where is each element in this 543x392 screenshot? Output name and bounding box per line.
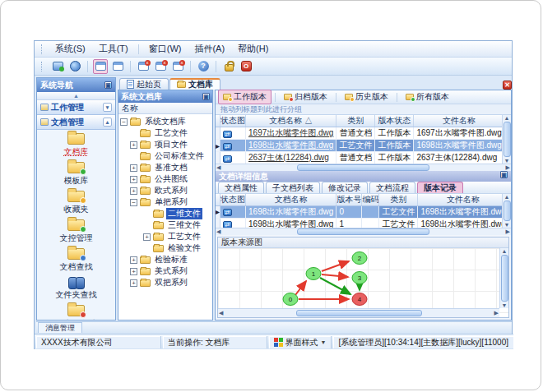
vertical-scrollbar[interactable]: ▲▼ [499, 248, 508, 308]
chevron-down-icon[interactable]: ▾ [103, 103, 112, 112]
tab-doc-library[interactable]: 文档库 [169, 78, 220, 90]
tree-node[interactable]: 检验文件 [118, 242, 212, 254]
col-code[interactable]: 编码 [362, 194, 379, 206]
expand-icon[interactable]: + [130, 268, 137, 275]
table-row[interactable]: ⇄ 1697出水嘴零件图.dwg 普通文档 工作版本 1697出水嘴零件图.dw… [216, 127, 511, 140]
sidebar-section-docs[interactable]: 文档管理 ▴ [37, 115, 115, 130]
col-category[interactable]: 类别 [379, 194, 418, 206]
scroll-thumb[interactable] [504, 201, 511, 221]
tab-doc-properties[interactable]: 文档属性 [218, 182, 264, 193]
pin-icon[interactable]: ▣ [104, 81, 112, 89]
tree-node[interactable]: +美式系列 [118, 265, 212, 277]
tree-node[interactable]: +欧式系列 [118, 185, 212, 196]
tab-modify-record[interactable]: 修改记录 [322, 182, 368, 193]
close-other-button[interactable]: x [170, 59, 185, 74]
col-category[interactable]: 类别 [336, 115, 375, 127]
menu-window[interactable]: 窗口(W) [143, 41, 188, 57]
sidebar-item-doc-control[interactable]: 文控管理 [37, 219, 115, 244]
tree-node[interactable]: +公共图纸 [118, 173, 212, 185]
window-button[interactable] [93, 59, 108, 74]
col-filename[interactable]: 文件名称 [418, 194, 508, 206]
col-verstate[interactable]: 版本状态 [375, 115, 414, 127]
expand-icon[interactable]: + [143, 233, 151, 241]
menu-system[interactable]: 系统(S) [49, 41, 91, 57]
scroll-thumb[interactable] [296, 310, 422, 316]
pin-icon[interactable]: ▣ [202, 93, 210, 100]
collapse-icon[interactable]: − [120, 118, 128, 126]
tree-node[interactable]: −单把系列 [118, 196, 212, 208]
screen-button[interactable] [50, 59, 65, 74]
chevron-up-icon[interactable]: ▴ [103, 118, 112, 127]
expand-icon[interactable]: + [130, 141, 137, 149]
table-row-selected[interactable]: ▸ ⇄ 1698出水嘴零件图.dwg 工艺文件 工作版本 1698出水嘴零件图.… [216, 140, 511, 152]
scroll-thumb[interactable] [501, 255, 508, 302]
table-row[interactable]: ⇄ 1698出水嘴零件图.dwg 1 工艺文件 1698出水嘴零件图.dwg 7… [216, 218, 511, 228]
sidebar-item-folder-search[interactable]: 文件夹查找 [37, 277, 115, 301]
col-filename[interactable]: 文件名称 [414, 115, 504, 127]
archive-version-button[interactable]: 归档版本 [279, 90, 332, 104]
pin-icon[interactable]: ▣ [500, 171, 508, 178]
sidebar-item-doc-library[interactable]: 文档库 [37, 133, 115, 158]
tree-node-selected[interactable]: 二维文件 [118, 208, 212, 219]
help-button[interactable]: ? [196, 59, 211, 74]
expand-icon[interactable]: + [130, 187, 137, 195]
sidebar-item-favorites[interactable]: 收藏夹 [37, 191, 115, 215]
sidebar-item-template-library[interactable]: 模板库 [37, 162, 115, 187]
scroll-thumb[interactable] [297, 164, 429, 171]
window-list-button[interactable] [110, 59, 125, 74]
table-row-selected[interactable]: ▸ ⇄ 1698出水嘴零件图.dwg 0 工艺文件 1698出水嘴零件图.dwg… [216, 205, 511, 218]
table-row[interactable]: ⇄ 2637主体(12284).dwg 普通文档 工作版本 2637主体(122… [216, 152, 511, 164]
sidebar-item-checked-out-docs[interactable]: 签出的文档 [37, 305, 115, 320]
history-version-button[interactable]: 历史版本 [340, 90, 393, 104]
tab-subdoc-list[interactable]: 子文档列表 [266, 182, 320, 193]
menu-help[interactable]: 帮助(H) [232, 41, 274, 57]
lock-button[interactable] [221, 59, 236, 74]
col-docname[interactable]: 文档名称 △ [246, 115, 336, 127]
exit-button[interactable]: O [239, 59, 253, 74]
expand-icon[interactable]: + [130, 176, 137, 183]
tree-node[interactable]: +双把系列 [118, 277, 212, 288]
col-docname[interactable]: 文档名称 [246, 194, 336, 206]
menu-plugins[interactable]: 插件(A) [188, 41, 230, 57]
tree-node[interactable]: +基准文档 [118, 162, 212, 173]
horizontal-scrollbar[interactable]: ◀▶ [216, 164, 511, 171]
scroll-thumb[interactable] [297, 228, 429, 235]
tree-node[interactable]: 三维文件 [118, 219, 212, 231]
group-by-hint[interactable]: 拖动列标题到此进行分组 [216, 104, 511, 115]
tab-start-page[interactable]: 起始页 [119, 78, 169, 90]
tree-column-header[interactable]: 名称 [118, 103, 212, 114]
horizontal-scrollbar[interactable]: ◀▶ [216, 228, 511, 235]
tab-version-record[interactable]: 版本记录 [417, 182, 463, 193]
tab-message-management[interactable]: 消息管理 [38, 322, 82, 333]
tree-node[interactable]: 公司标准文件 [118, 150, 212, 162]
sidebar-collapse-strip[interactable]: ▲ [37, 92, 115, 100]
tab-doc-flow[interactable]: 文档流程 [369, 182, 415, 193]
work-version-button[interactable]: 工作版本 [218, 90, 272, 104]
close-icon[interactable]: ✕ [503, 81, 512, 90]
menu-tools[interactable]: 工具(T) [93, 41, 134, 57]
ui-style-selector[interactable]: 界面样式 ▼ [269, 336, 332, 348]
tree-node[interactable]: +项目文件 [118, 139, 212, 150]
vertical-scrollbar[interactable]: ▲▼ [502, 194, 511, 228]
scroll-thumb[interactable] [504, 122, 511, 157]
graph-area[interactable]: 0 1 2 3 4 ▲▼ ◀▶ [218, 248, 508, 317]
globe-button[interactable] [67, 59, 82, 74]
col-verno[interactable]: 版本号 [336, 194, 362, 206]
collapse-icon[interactable]: − [130, 199, 137, 206]
expand-icon[interactable]: + [130, 279, 137, 287]
expand-icon[interactable]: + [130, 164, 137, 172]
vertical-scrollbar[interactable]: ▲▼ [502, 115, 511, 164]
horizontal-scrollbar[interactable]: ◀▶ [218, 308, 499, 317]
expand-icon[interactable]: + [130, 256, 137, 264]
col-status[interactable]: 状态图 [220, 115, 246, 127]
tree-node[interactable]: +工艺文件 [118, 231, 212, 242]
tree-node[interactable]: +检验标准 [118, 254, 212, 265]
close-doc-button[interactable]: x [136, 59, 151, 74]
all-version-button[interactable]: 所有版本 [401, 90, 454, 104]
tree-node[interactable]: 工艺文件 [118, 127, 212, 139]
sidebar-section-work[interactable]: 工作管理 ▾ [37, 100, 115, 115]
sidebar-item-doc-search[interactable]: 文档查找 [37, 248, 115, 273]
close-all-button[interactable]: x [153, 59, 168, 74]
col-status[interactable]: 状态图 [220, 194, 246, 206]
tree-node-root[interactable]: −系统文档库 [118, 116, 212, 127]
